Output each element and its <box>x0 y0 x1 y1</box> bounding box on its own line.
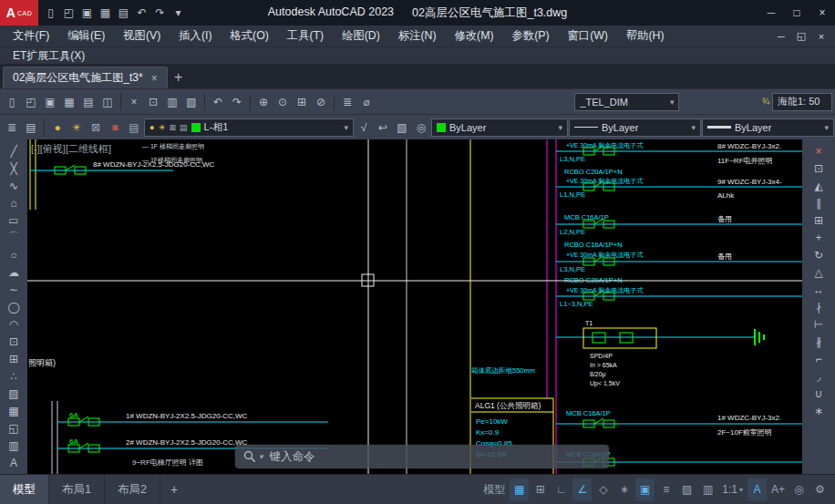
point-icon[interactable]: ∴ <box>4 367 24 385</box>
command-line[interactable]: ▾ 键入命令 <box>235 445 609 468</box>
new-layout-button[interactable]: + <box>160 475 188 504</box>
layer-match-icon[interactable]: ▧ <box>393 118 411 138</box>
drawing-text[interactable]: 11F~RF电井照明 <box>717 157 773 165</box>
menu-item-et-tools[interactable]: ET扩展工具(X) <box>5 48 92 64</box>
file-tab[interactable]: 02高层公区电气施工图_t3* × <box>3 67 168 88</box>
paste-icon[interactable]: ▥ <box>163 92 181 112</box>
zoom-previous-icon[interactable]: ⊘ <box>312 92 330 112</box>
match-properties-icon[interactable]: ▧ <box>182 92 201 112</box>
isolate-objects-icon[interactable]: ◎ <box>789 478 809 501</box>
qat-dropdown-icon[interactable]: ▾ <box>170 4 187 22</box>
zoom-realtime-icon[interactable]: ⊙ <box>273 92 292 112</box>
menu-item-7[interactable]: 标注(N) <box>389 26 446 46</box>
zoom-window-icon[interactable]: ⊞ <box>293 92 311 112</box>
save-as-icon[interactable]: ▦ <box>60 92 78 112</box>
drawing-text[interactable]: ALhk <box>717 191 735 200</box>
drawing-svg[interactable]: — 1F 楼梯间走廊照明— 1F楼梯间走廊照明8# WDZN-BYJ-2X2.5… <box>27 139 802 474</box>
insert-block-icon[interactable]: ⊡ <box>4 333 24 350</box>
doc-minimize-button[interactable]: ─ <box>771 27 791 46</box>
drawing-text[interactable]: 6A <box>69 437 78 446</box>
layer-dropdown[interactable]: ●☀⊠▤L-相1▾ <box>144 118 354 137</box>
join-icon[interactable]: ∪ <box>809 385 829 402</box>
drawing-text[interactable]: RCBO C20A/1P+N <box>564 168 623 176</box>
drawing-text[interactable]: +VE 30mA 剩余电流电子式 <box>566 252 643 259</box>
model-paper-toggle[interactable]: 模型 <box>480 478 508 501</box>
offset-icon[interactable]: ∥ <box>809 194 829 211</box>
menu-item-3[interactable]: 插入(I) <box>170 26 221 46</box>
drawing-text[interactable]: MCB C16A/1P <box>566 409 611 417</box>
command-input[interactable]: 键入命令 <box>270 449 315 465</box>
doc-restore-button[interactable]: ◱ <box>791 27 811 46</box>
dimension-style-dropdown[interactable]: _TEL_DIM▾ <box>574 93 679 111</box>
viewport-controls[interactable]: [-][俯视][二维线框] <box>31 142 111 156</box>
annotation-visibility-icon[interactable]: A <box>747 478 767 501</box>
rotate-icon[interactable]: ↻ <box>809 246 829 263</box>
mtext-icon[interactable]: A <box>4 454 24 471</box>
layer-previous-icon[interactable]: ↩ <box>374 118 392 138</box>
drawing-text[interactable]: 9# WDZC-BYJ-3x4- <box>717 178 782 186</box>
array-icon[interactable]: ⊞ <box>809 211 829 229</box>
explode-icon[interactable]: ∗ <box>809 402 829 419</box>
drawing-text[interactable]: 6A <box>69 411 78 419</box>
layer-off-icon[interactable]: ● <box>48 118 67 138</box>
transparency-icon[interactable]: ▨ <box>677 478 696 501</box>
lineweight-icon[interactable]: ≡ <box>656 478 675 501</box>
layout-tab-0[interactable]: 模型 <box>0 475 49 504</box>
drawing-text[interactable]: 8/20μ <box>590 371 606 378</box>
region-icon[interactable]: ◱ <box>4 419 24 437</box>
move-icon[interactable]: + <box>809 229 829 246</box>
ortho-icon[interactable]: ∟ <box>552 478 571 501</box>
drawing-text[interactable]: Pe=10kW <box>476 417 508 426</box>
layout-tab-1[interactable]: 布局1 <box>49 475 105 504</box>
chamfer-icon[interactable]: ⌐ <box>809 350 829 367</box>
arc-icon[interactable]: ⌒ <box>4 229 24 246</box>
drawing-text[interactable]: 2# WDZN-BYJ-2X2.5-JDG20-CC,WC <box>126 438 248 447</box>
menu-item-1[interactable]: 编辑(E) <box>58 26 114 46</box>
drawing-text[interactable]: L1,N,PE <box>560 190 585 199</box>
drawing-text[interactable]: 1# WDZN-BYJ-2X2.5-JDG20-CC,WC <box>126 412 248 420</box>
layer-filter-icon[interactable]: ▤ <box>22 118 40 138</box>
menu-item-8[interactable]: 修改(M) <box>446 26 503 46</box>
drawing-text[interactable]: 1# WDZC-BYJ-3x2. <box>717 414 781 422</box>
doc-close-button[interactable]: × <box>811 27 831 46</box>
snap-icon[interactable]: ⊞ <box>531 478 550 501</box>
object-snap-icon[interactable]: ▣ <box>635 478 655 501</box>
drawing-text[interactable]: +VE 30mA 剩余电流电子式 <box>566 287 643 294</box>
cut-icon[interactable]: × <box>125 92 143 112</box>
drawing-text[interactable]: 2F~10F前室照明 <box>717 428 772 437</box>
plot-icon[interactable]: ▤ <box>115 4 132 22</box>
undo-icon[interactable]: ↶ <box>133 4 150 22</box>
drawing-text[interactable]: L3,N,PE <box>560 265 585 273</box>
object-snap-tracking-icon[interactable]: ∗ <box>614 478 634 501</box>
menu-item-4[interactable]: 格式(O) <box>222 26 278 46</box>
line-tool-icon[interactable]: ╱ <box>4 142 24 159</box>
drawing-text[interactable]: ALG1 (公共照明箱) <box>475 401 541 410</box>
drawing-canvas[interactable]: — 1F 楼梯间走廊照明— 1F楼梯间走廊照明8# WDZN-BYJ-2X2.5… <box>27 139 802 474</box>
drawing-text[interactable]: T1 <box>585 320 593 326</box>
menu-item-5[interactable]: 工具(T) <box>278 26 333 46</box>
drawing-text[interactable]: 箱体底边距地550mm <box>471 366 535 375</box>
drawing-text[interactable]: Kx=0.9 <box>476 428 500 437</box>
drawing-text[interactable]: 9~RF电梯厅照明 详图 <box>132 458 203 467</box>
drawing-text[interactable]: L2,N,PE <box>560 228 585 236</box>
properties-icon[interactable]: ≣ <box>338 92 356 112</box>
gradient-icon[interactable]: ▦ <box>4 402 24 419</box>
plot-icon[interactable]: ▤ <box>79 92 98 112</box>
autocad-logo[interactable]: A CAD <box>0 0 38 26</box>
layout-tab-2[interactable]: 布局2 <box>105 475 160 504</box>
measure-icon[interactable]: ⌀ <box>357 92 376 112</box>
layer-color-icon[interactable]: ■ <box>106 118 124 138</box>
table-icon[interactable]: ▥ <box>4 437 24 454</box>
trim-icon[interactable]: ∤ <box>809 298 829 315</box>
stretch-icon[interactable]: ↔ <box>809 281 829 298</box>
scale-icon[interactable]: △ <box>809 263 829 281</box>
drawing-text[interactable]: 备用 <box>717 215 732 223</box>
rectangle-icon[interactable]: ▭ <box>4 211 24 229</box>
mirror-icon[interactable]: ◭ <box>809 177 829 194</box>
drawing-text[interactable]: L3,N,PE <box>560 155 585 163</box>
annotation-scale[interactable]: 1:1▾ <box>719 478 746 501</box>
polygon-icon[interactable]: ⌂ <box>4 194 24 211</box>
make-block-icon[interactable]: ⊞ <box>4 350 24 367</box>
drawing-text[interactable]: SPD/4P <box>590 353 613 359</box>
close-tab-icon[interactable]: × <box>151 72 158 85</box>
